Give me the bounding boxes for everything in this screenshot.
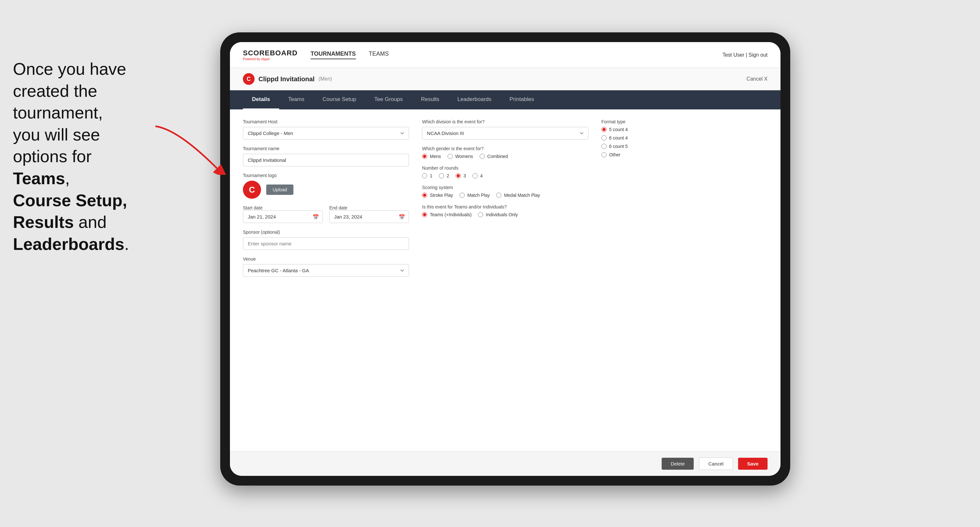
tab-teams[interactable]: Teams	[279, 90, 313, 110]
tournament-title: C Clippd Invitational (Men)	[243, 73, 332, 85]
nav-link-tournaments[interactable]: TOURNAMENTS	[310, 51, 356, 59]
gender-womens-label: Womens	[455, 154, 473, 159]
division-label: Which division is the event for?	[422, 119, 588, 124]
sponsor-input[interactable]	[243, 237, 409, 250]
rounds-2-radio[interactable]	[439, 173, 444, 178]
gender-combined[interactable]: Combined	[480, 154, 508, 159]
format-5count4-radio[interactable]	[601, 127, 606, 132]
team-plus-individuals[interactable]: Teams (+Individuals)	[422, 212, 471, 217]
scoring-match-radio[interactable]	[460, 193, 465, 198]
gender-mens-radio[interactable]	[422, 154, 427, 159]
nav-link-teams[interactable]: TEAMS	[369, 51, 389, 59]
team-radio-group: Teams (+Individuals) Individuals Only	[422, 212, 588, 217]
gender-mens[interactable]: Mens	[422, 154, 441, 159]
logo-sub: Powered by clippd	[243, 57, 298, 61]
tab-tee-groups[interactable]: Tee Groups	[365, 90, 412, 110]
format-radio-group: 5 count 4 6 count 4 6 count 5	[601, 127, 768, 157]
start-date-input[interactable]	[243, 210, 323, 223]
gender-womens-radio[interactable]	[447, 154, 453, 159]
rounds-4-radio[interactable]	[473, 173, 478, 178]
host-select[interactable]: Clippd College - Men	[243, 127, 409, 140]
format-other-radio[interactable]	[601, 152, 606, 157]
rounds-4[interactable]: 4	[473, 173, 483, 178]
venue-group: Venue Peachtree GC - Atlanta - GA	[243, 256, 409, 277]
rounds-1-radio[interactable]	[422, 173, 427, 178]
name-label: Tournament name	[243, 146, 409, 151]
format-6count5-radio[interactable]	[601, 144, 606, 149]
instruction-line3: tournament,	[13, 103, 103, 122]
tournament-name: Clippd Invitational	[258, 75, 315, 83]
save-button[interactable]: Save	[738, 458, 768, 470]
rounds-3-radio[interactable]	[456, 173, 461, 178]
division-group: Which division is the event for? NCAA Di…	[422, 119, 588, 140]
rounds-group: Number of rounds 1 2	[422, 165, 588, 178]
scoring-match[interactable]: Match Play	[460, 193, 490, 198]
tab-printables[interactable]: Printables	[500, 90, 543, 110]
scoring-medal-radio[interactable]	[496, 193, 501, 198]
end-date-wrap: 📅	[329, 210, 409, 223]
format-other[interactable]: Other	[601, 152, 768, 157]
form-section-left: Tournament Host Clippd College - Men Tou…	[243, 119, 409, 277]
format-6count4-radio[interactable]	[601, 135, 606, 140]
upload-button[interactable]: Upload	[266, 184, 293, 195]
format-5count4[interactable]: 5 count 4	[601, 127, 768, 132]
form-grid: Tournament Host Clippd College - Men Tou…	[243, 119, 768, 277]
rounds-3[interactable]: 3	[456, 173, 466, 178]
scoring-medal-match[interactable]: Medal Match Play	[496, 193, 540, 198]
tournament-tag: (Men)	[318, 76, 332, 82]
individuals-only-label: Individuals Only	[486, 212, 518, 217]
rounds-2[interactable]: 2	[439, 173, 449, 178]
rounds-2-label: 2	[447, 173, 449, 178]
instruction-bold3: Results	[13, 213, 74, 232]
instruction-line4: you will see	[13, 125, 100, 144]
sponsor-label: Sponsor (optional)	[243, 230, 409, 235]
start-date-wrap: 📅	[243, 210, 323, 223]
format-6count4[interactable]: 6 count 4	[601, 135, 768, 140]
gender-label: Which gender is the event for?	[422, 146, 588, 151]
individuals-only-radio[interactable]	[478, 212, 483, 217]
format-6count4-label: 6 count 4	[609, 135, 628, 140]
team-plus-radio[interactable]	[422, 212, 427, 217]
instruction-text: Once you have created the tournament, yo…	[0, 52, 188, 262]
rounds-3-label: 3	[463, 173, 466, 178]
nav-left: SCOREBOARD Powered by clippd TOURNAMENTS…	[243, 49, 389, 61]
tournament-header: C Clippd Invitational (Men) Cancel X	[230, 68, 781, 90]
gender-combined-label: Combined	[487, 154, 508, 159]
rounds-label: Number of rounds	[422, 165, 588, 171]
team-individuals-group: Is this event for Teams and/or Individua…	[422, 204, 588, 217]
individuals-only[interactable]: Individuals Only	[478, 212, 518, 217]
gender-combined-radio[interactable]	[480, 154, 485, 159]
format-5count4-label: 5 count 4	[609, 127, 628, 132]
user-info: Test User | Sign out	[722, 52, 768, 58]
venue-select[interactable]: Peachtree GC - Atlanta - GA	[243, 264, 409, 277]
logo-preview: C	[243, 181, 261, 199]
scoring-stroke-radio[interactable]	[422, 193, 427, 198]
user-text[interactable]: Test User | Sign out	[722, 52, 768, 58]
tabs-bar: Details Teams Course Setup Tee Groups Re…	[230, 90, 781, 110]
scoring-stroke[interactable]: Stroke Play	[422, 193, 453, 198]
top-nav: SCOREBOARD Powered by clippd TOURNAMENTS…	[230, 42, 781, 68]
end-date-input[interactable]	[329, 210, 409, 223]
team-label: Is this event for Teams and/or Individua…	[422, 204, 588, 210]
tab-leaderboards[interactable]: Leaderboards	[448, 90, 500, 110]
form-section-middle: Which division is the event for? NCAA Di…	[422, 119, 588, 277]
instruction-bold2: Course Setup,	[13, 191, 127, 210]
cancel-button[interactable]: Cancel	[699, 457, 733, 470]
name-input[interactable]	[243, 154, 409, 167]
format-6count5-label: 6 count 5	[609, 144, 628, 149]
rounds-1-label: 1	[430, 173, 432, 178]
rounds-radio-group: 1 2 3	[422, 173, 588, 178]
cancel-header-button[interactable]: Cancel X	[746, 76, 768, 82]
logo-group: Tournament logo C Upload	[243, 173, 409, 199]
logo-area: SCOREBOARD Powered by clippd	[243, 49, 298, 61]
scoring-group: Scoring system Stroke Play Match Play	[422, 185, 588, 198]
rounds-1[interactable]: 1	[422, 173, 432, 178]
tab-course-setup[interactable]: Course Setup	[313, 90, 365, 110]
format-6count5[interactable]: 6 count 5	[601, 144, 768, 149]
tab-details[interactable]: Details	[243, 90, 279, 110]
tournament-icon: C	[243, 73, 255, 85]
division-select[interactable]: NCAA Division III	[422, 127, 588, 140]
delete-button[interactable]: Delete	[662, 458, 694, 470]
tab-results[interactable]: Results	[412, 90, 449, 110]
gender-womens[interactable]: Womens	[447, 154, 473, 159]
